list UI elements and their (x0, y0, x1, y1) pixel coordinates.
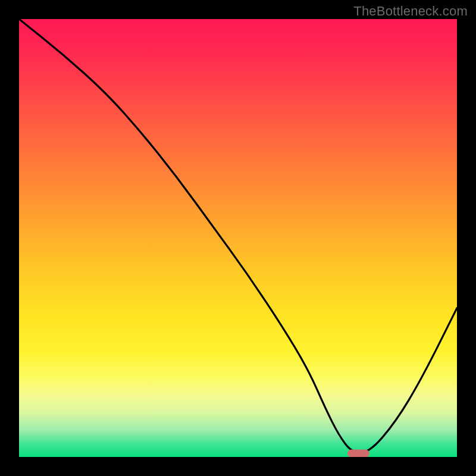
watermark-text: TheBottleneck.com (353, 4, 468, 19)
plot-area (19, 19, 457, 457)
bottleneck-curve (19, 19, 457, 453)
optimum-marker (347, 449, 369, 457)
chart-svg (19, 19, 457, 457)
